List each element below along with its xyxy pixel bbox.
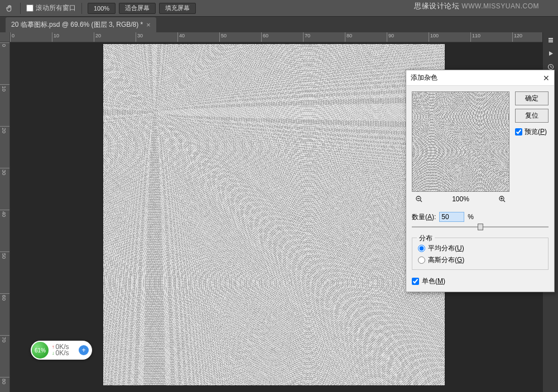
preview-checkbox[interactable]: 预览(P) bbox=[515, 127, 549, 137]
ruler-tick: 80 bbox=[345, 32, 345, 42]
noise-preview[interactable] bbox=[412, 91, 509, 192]
slider-thumb[interactable] bbox=[478, 224, 483, 230]
ruler-tick: 80 bbox=[0, 377, 9, 378]
ruler-tick: 0 bbox=[0, 42, 9, 43]
ruler-tick: 120 bbox=[512, 32, 513, 42]
network-monitor-widget[interactable]: 61% ↑0K/s ↓0K/s + bbox=[31, 341, 92, 360]
zoom-out-icon[interactable] bbox=[415, 195, 423, 203]
ruler-tick: 50 bbox=[0, 251, 9, 252]
ruler-tick: 0 bbox=[10, 32, 11, 42]
ruler-horizontal[interactable]: 0102030405060708090100110120 bbox=[10, 32, 542, 42]
zoom-level-button[interactable]: 100% bbox=[88, 3, 116, 14]
reset-button[interactable]: 复位 bbox=[515, 109, 549, 123]
expand-panels-icon[interactable] bbox=[546, 36, 555, 45]
amount-slider[interactable] bbox=[412, 223, 549, 231]
ruler-tick: 100 bbox=[429, 32, 429, 42]
monochromatic-checkbox[interactable]: 单色(M) bbox=[406, 274, 554, 292]
ruler-tick: 10 bbox=[0, 84, 9, 85]
ruler-tick: 70 bbox=[0, 335, 9, 336]
ruler-tick: 50 bbox=[219, 32, 220, 42]
canvas-noise-preview bbox=[103, 44, 445, 385]
distribution-gaussian-radio[interactable]: 高斯分布(G) bbox=[418, 254, 542, 266]
ruler-tick: 70 bbox=[303, 32, 304, 42]
preview-zoom-value: 100% bbox=[452, 195, 469, 203]
add-noise-dialog: 添加杂色 ✕ 100% 确定 复位 预览(P) 数量(A): % bbox=[406, 70, 555, 292]
ruler-tick: 90 bbox=[387, 32, 387, 42]
net-stats: ↑0K/s ↓0K/s bbox=[52, 344, 69, 356]
ruler-tick: 40 bbox=[0, 210, 9, 210]
net-expand-button[interactable]: + bbox=[79, 345, 89, 355]
amount-unit: % bbox=[468, 213, 474, 221]
ruler-tick: 20 bbox=[94, 32, 94, 42]
zoom-in-icon[interactable] bbox=[498, 195, 506, 203]
divider bbox=[20, 3, 21, 14]
distribution-title: 分布 bbox=[417, 234, 435, 243]
dialog-titlebar[interactable]: 添加杂色 ✕ bbox=[406, 70, 554, 86]
play-icon[interactable] bbox=[546, 49, 555, 58]
document-tab-title: 20 临摹图标.psd @ 69.6% (图层 3, RGB/8) * bbox=[11, 20, 143, 30]
hand-tool-icon[interactable] bbox=[4, 3, 15, 13]
ruler-tick: 20 bbox=[0, 126, 9, 127]
fit-screen-button[interactable]: 适合屏幕 bbox=[119, 3, 156, 14]
amount-label: 数量(A): bbox=[412, 212, 436, 222]
scroll-all-windows-checkbox[interactable]: 滚动所有窗口 bbox=[26, 3, 76, 13]
distribution-group: 分布 平均分布(U) 高斯分布(G) bbox=[412, 238, 549, 270]
arrow-up-icon: ↑ bbox=[52, 344, 55, 350]
document-tab[interactable]: 20 临摹图标.psd @ 69.6% (图层 3, RGB/8) * × bbox=[6, 17, 156, 32]
distribution-uniform-radio[interactable]: 平均分布(U) bbox=[418, 243, 542, 254]
amount-input[interactable] bbox=[439, 212, 464, 222]
watermark: 思缘设计论坛WWW.MISSYUAN.COM bbox=[414, 1, 539, 11]
scroll-all-windows-label: 滚动所有窗口 bbox=[36, 3, 76, 13]
net-usage-ball: 61% bbox=[32, 342, 49, 359]
fill-screen-button[interactable]: 填充屏幕 bbox=[159, 3, 196, 14]
ok-button[interactable]: 确定 bbox=[515, 91, 549, 105]
close-tab-icon[interactable]: × bbox=[146, 21, 151, 29]
dialog-title: 添加杂色 bbox=[411, 73, 437, 83]
ruler-vertical[interactable]: 0102030405060708090100 bbox=[0, 42, 10, 392]
ruler-tick: 30 bbox=[0, 168, 9, 168]
ruler-corner bbox=[0, 32, 10, 42]
ruler-tick: 10 bbox=[52, 32, 52, 42]
ruler-tick: 30 bbox=[136, 32, 136, 42]
ruler-tick: 110 bbox=[470, 32, 471, 42]
arrow-down-icon: ↓ bbox=[52, 350, 55, 356]
document-tab-bar: 20 临摹图标.psd @ 69.6% (图层 3, RGB/8) * × bbox=[0, 17, 558, 32]
ruler-tick: 60 bbox=[261, 32, 262, 42]
dialog-close-icon[interactable]: ✕ bbox=[543, 74, 550, 83]
ruler-tick: 60 bbox=[0, 293, 9, 294]
divider bbox=[81, 3, 82, 14]
ruler-tick: 40 bbox=[177, 32, 178, 42]
